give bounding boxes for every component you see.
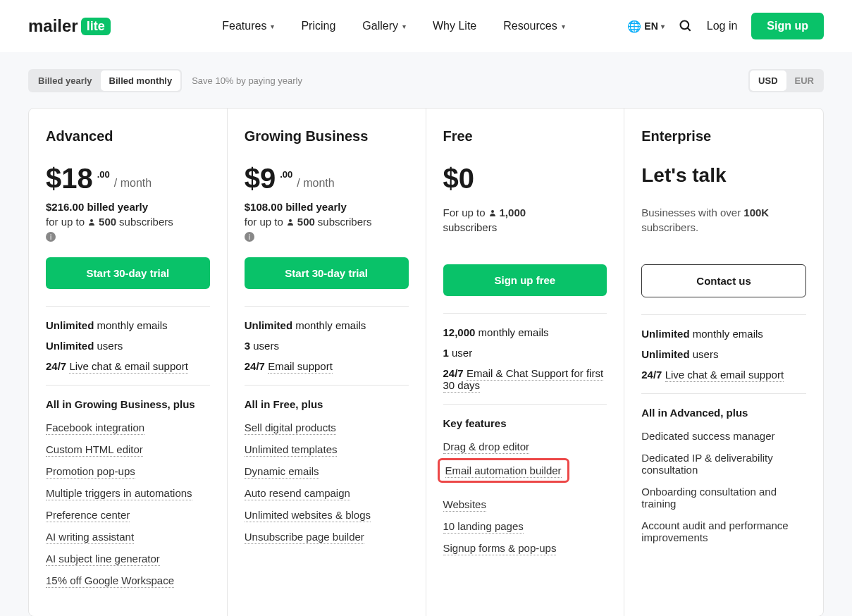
list-item: Account audit and performance improvemen…	[641, 519, 806, 543]
chevron-down-icon: ▾	[661, 23, 665, 30]
list-item: Unlimited templates	[245, 443, 409, 455]
plan-growing-business: Growing Business $9 .00 / month $108.00 …	[228, 109, 426, 616]
start-trial-button[interactable]: Start 30-day trial	[46, 257, 210, 289]
feature-line: 1 user	[443, 347, 607, 359]
chevron-down-icon: ▾	[562, 23, 565, 30]
list-item: Drag & drop editor	[443, 441, 607, 452]
signup-button[interactable]: Sign up	[751, 13, 824, 39]
plan-advanced: Advanced $18 .00 / month $216.00 billed …	[29, 109, 228, 616]
price-period: / month	[297, 177, 334, 190]
feature-line: 12,000 monthly emails	[443, 326, 607, 338]
list-item: Dedicated IP & deliverability consultati…	[641, 452, 806, 476]
price-amount: $18	[46, 164, 93, 192]
list-item: 15% off Google Workspace	[46, 574, 210, 586]
feature-line: Unlimited users	[641, 348, 806, 360]
plan-title: Enterprise	[641, 128, 806, 144]
list-item: 10 landing pages	[443, 520, 607, 532]
list-item: Sell digital products	[245, 421, 409, 433]
pricing-controls: Billed yearly Billed monthly Save 10% by…	[28, 69, 824, 92]
feature-line: Unlimited users	[46, 340, 210, 352]
price: $9 .00 / month	[245, 164, 409, 192]
lets-talk: Let's talk	[641, 164, 806, 187]
chevron-down-icon: ▾	[271, 23, 274, 30]
language-selector[interactable]: 🌐 EN ▾	[627, 20, 664, 33]
save-hint: Save 10% by paying yearly	[192, 75, 302, 86]
feature-line: Unlimited monthly emails	[46, 319, 210, 331]
subscriber-limit: for up to 500 subscribers	[245, 216, 409, 228]
feature-line: 3 users	[245, 340, 409, 352]
person-icon	[87, 218, 96, 226]
nav-why-lite[interactable]: Why Lite	[433, 20, 476, 32]
list-item: Signup forms & pop-ups	[443, 542, 607, 554]
globe-icon: 🌐	[627, 20, 641, 33]
plans-grid: Advanced $18 .00 / month $216.00 billed …	[28, 108, 824, 616]
list-item: AI writing assistant	[46, 531, 210, 543]
list-item: Onboarding consultation and training	[641, 486, 806, 510]
info-icon[interactable]: i	[46, 232, 56, 242]
billed-yearly-option[interactable]: Billed yearly	[30, 70, 101, 91]
svg-point-3	[289, 219, 292, 222]
list-item: Websites	[443, 498, 607, 510]
info-icon[interactable]: i	[245, 232, 254, 242]
currency-eur[interactable]: EUR	[786, 70, 822, 91]
price-amount: $0	[443, 164, 475, 192]
currency-toggle: USD EUR	[748, 69, 824, 92]
feature-line: 24/7 Live chat & email support	[46, 360, 210, 372]
feature-line: 24/7 Live chat & email support	[641, 369, 806, 381]
nav-gallery[interactable]: Gallery▾	[362, 20, 406, 32]
list-item: Dedicated success manager	[641, 430, 806, 442]
pricing-page: Billed yearly Billed monthly Save 10% by…	[0, 52, 852, 616]
list-item: Multiple triggers in automations	[46, 487, 210, 499]
highlighted-feature: Email automation builder	[438, 458, 569, 483]
main-nav: Features▾ Pricing Gallery▾ Why Lite Reso…	[222, 20, 564, 32]
features-heading: All in Free, plus	[245, 398, 409, 410]
features-heading: All in Growing Business, plus	[46, 398, 210, 410]
person-icon	[488, 209, 497, 217]
svg-point-2	[90, 219, 93, 222]
features-heading: All in Advanced, plus	[641, 407, 806, 419]
list-item: Dynamic emails	[245, 465, 409, 477]
svg-line-1	[687, 28, 690, 31]
header: mailer lite Features▾ Pricing Gallery▾ W…	[0, 0, 852, 52]
nav-features[interactable]: Features▾	[222, 20, 274, 32]
list-item: AI subject line generator	[46, 553, 210, 565]
billed-yearly-amount: $216.00 billed yearly	[46, 201, 210, 213]
svg-point-4	[491, 210, 494, 213]
feature-list: Facebook integration Custom HTML editor …	[46, 421, 210, 586]
plan-enterprise: Enterprise Let's talk Businesses with ov…	[624, 109, 823, 616]
contact-us-button[interactable]: Contact us	[641, 264, 806, 297]
start-trial-button[interactable]: Start 30-day trial	[245, 257, 409, 289]
nav-pricing[interactable]: Pricing	[301, 20, 335, 32]
price-period: / month	[114, 177, 152, 190]
list-item: Custom HTML editor	[46, 443, 210, 455]
list-item: Facebook integration	[46, 421, 210, 433]
list-item: Unsubscribe page builder	[245, 531, 409, 543]
person-icon	[286, 218, 295, 226]
header-right: 🌐 EN ▾ Log in Sign up	[627, 13, 824, 39]
plan-free: Free $0 For up to 1,000 subscribers Sign…	[426, 109, 625, 616]
subscriber-limit: For up to 1,000	[443, 207, 607, 218]
billed-yearly-amount: $108.00 billed yearly	[245, 201, 409, 213]
billed-monthly-option[interactable]: Billed monthly	[101, 70, 181, 91]
price: $18 .00 / month	[46, 164, 210, 192]
search-icon[interactable]	[679, 19, 693, 33]
currency-usd[interactable]: USD	[750, 70, 786, 91]
signup-free-button[interactable]: Sign up free	[443, 264, 607, 296]
nav-resources[interactable]: Resources▾	[503, 20, 564, 32]
brand-logo[interactable]: mailer lite	[28, 16, 111, 36]
feature-list: Drag & drop editor Email automation buil…	[443, 441, 607, 554]
brand-suffix: lite	[81, 18, 111, 35]
feature-list: Dedicated success manager Dedicated IP &…	[641, 430, 806, 543]
list-item: Email automation builder	[443, 462, 607, 488]
svg-point-0	[680, 21, 689, 30]
feature-list: Sell digital products Unlimited template…	[245, 421, 409, 543]
feature-line: Unlimited monthly emails	[641, 328, 806, 340]
login-link[interactable]: Log in	[707, 20, 738, 32]
chevron-down-icon: ▾	[402, 23, 406, 30]
plan-title: Advanced	[46, 128, 210, 144]
features-heading: Key features	[443, 417, 607, 429]
list-item: Unlimited websites & blogs	[245, 509, 409, 521]
plan-title: Free	[443, 128, 607, 144]
billing-toggle: Billed yearly Billed monthly	[28, 69, 182, 92]
price-amount: $9	[245, 164, 276, 192]
